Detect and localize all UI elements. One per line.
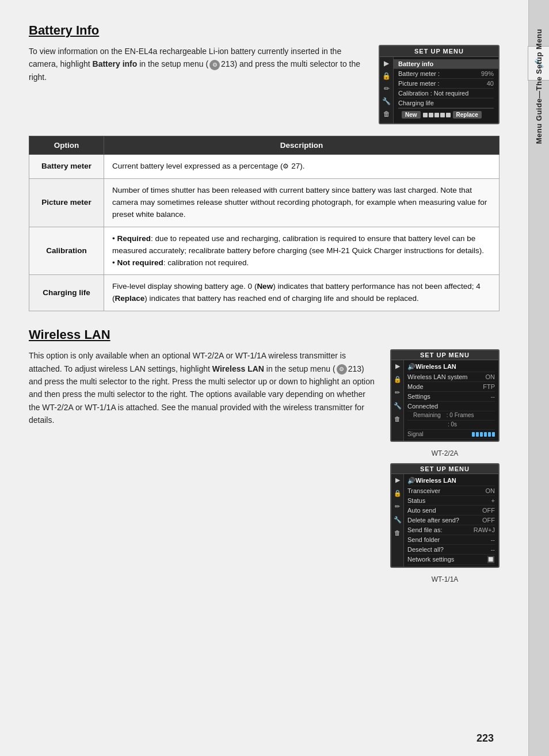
dot4 xyxy=(440,113,445,117)
menu-btn-new: New xyxy=(402,111,421,119)
desc-picture-meter: Number of times shutter has been release… xyxy=(104,178,500,227)
wt2-menu-title: SET UP MENU xyxy=(391,350,498,360)
wireless-lan-title: Wireless LAN xyxy=(29,327,500,342)
battery-info-title: Battery Info xyxy=(29,23,500,38)
wt2-item-settings: Settings-- xyxy=(407,392,495,402)
page-ref-wireless: 213 xyxy=(348,364,361,373)
option-charging-life: Charging life xyxy=(29,275,104,311)
dot1 xyxy=(423,113,428,117)
icon-lock: 🔒 xyxy=(394,376,402,383)
sig2 xyxy=(476,432,479,437)
menu-item-battery-meter: Battery meter : 99% xyxy=(398,69,494,79)
icon-wrench: 🔧 xyxy=(394,402,402,410)
wt1-item-network: Network settings🔲 xyxy=(407,555,495,565)
wt1-item-status: Status+ xyxy=(407,496,495,506)
wt2-item-system: Wireless LAN systemON xyxy=(407,372,495,382)
icon-wrench-2: 🔧 xyxy=(394,516,402,524)
menu-icon-lock: 🔒 xyxy=(382,72,391,80)
desc-charging-life: Five-level display showing battery age. … xyxy=(104,275,500,311)
table-row: Picture meter Number of times shutter ha… xyxy=(29,178,500,227)
wt1-item-sendfolder: Send folder-- xyxy=(407,535,495,545)
icon-play: ▶ xyxy=(395,362,400,370)
wt1-menu-mockup: SET UP MENU ▶ 🔒 ✏ 🔧 🗑 🔊Wireless LAN xyxy=(390,463,500,568)
desc-calibration: • Required: due to repeated use and rech… xyxy=(104,227,500,275)
intro-bold: Battery info xyxy=(93,59,138,68)
wireless-bold: Wireless LAN xyxy=(212,364,264,373)
dot2 xyxy=(429,113,433,117)
wireless-images: SET UP MENU ▶ 🔒 ✏ 🔧 🗑 🔊Wireless LAN xyxy=(390,349,500,583)
setup-icon-2: ⚙ xyxy=(337,364,347,375)
wt2-item-connected: Connected xyxy=(407,402,495,411)
wt2-label: WT-2/2A xyxy=(390,449,500,457)
sig6 xyxy=(492,432,495,437)
sig1 xyxy=(472,432,475,437)
wireless-lan-text: This option is only available when an op… xyxy=(29,349,379,426)
sig5 xyxy=(488,432,491,437)
wt1-item-delete: Delete after send?OFF xyxy=(407,516,495,525)
menu-item-battery-info: Battery info xyxy=(394,59,498,69)
wt2-icons: ▶ 🔒 ✏ 🔧 🗑 xyxy=(391,360,404,441)
sidebar-label: Menu Guide—The Setup Menu xyxy=(535,29,543,144)
wt1-item-transceiver: TransceiverON xyxy=(407,486,495,496)
wt2-remaining-time: : 0s xyxy=(407,421,495,430)
table-row: Calibration • Required: due to repeated … xyxy=(29,227,500,275)
intro-text-2: in the setup menu ( xyxy=(137,59,208,68)
wt2-signal: Signal xyxy=(407,430,495,439)
menu-btn-replace: Replace xyxy=(453,111,482,119)
icon-pencil-2: ✏ xyxy=(395,503,400,510)
menu-icon-trash: 🗑 xyxy=(383,110,390,118)
menu-item-picture-meter: Picture meter : 40 xyxy=(398,79,494,89)
page-number: 223 xyxy=(476,732,494,744)
wt1-label: WT-1/1A xyxy=(390,575,500,583)
wt2-item-mode: ModeFTP xyxy=(407,382,495,392)
menu-item-calibration: Calibration : Not required xyxy=(398,89,494,98)
wireless-intro-2: in the setup menu ( xyxy=(264,364,336,373)
dot3 xyxy=(434,113,439,117)
option-picture-meter: Picture meter xyxy=(29,178,104,227)
wt2-menu-mockup: SET UP MENU ▶ 🔒 ✏ 🔧 🗑 🔊Wireless LAN xyxy=(390,349,500,442)
icon-play-2: ▶ xyxy=(395,476,400,484)
dot5 xyxy=(446,113,451,117)
wt2-items: 🔊Wireless LAN Wireless LAN systemON Mode… xyxy=(404,360,498,441)
wt1-menu-title: SET UP MENU xyxy=(391,464,498,474)
option-calibration: Calibration xyxy=(29,227,104,275)
sig4 xyxy=(484,432,487,437)
table-row: Charging life Five-level display showing… xyxy=(29,275,500,311)
menu-icon-pencil: ✏ xyxy=(384,85,390,93)
wt2-item-header: 🔊Wireless LAN xyxy=(407,362,495,372)
sidebar: 🔧 Menu Guide—The Setup Menu xyxy=(528,0,549,756)
table-row: Battery meter Current battery level expr… xyxy=(29,155,500,179)
battery-info-intro-block: To view information on the EN-EL4a recha… xyxy=(29,45,500,124)
menu-title: SET UP MENU xyxy=(380,46,498,57)
wt1-items: 🔊Wireless LAN TransceiverON Status+ Auto… xyxy=(404,474,498,567)
charging-bar xyxy=(423,113,451,117)
menu-icons: ▶ 🔒 ✏ 🔧 🗑 xyxy=(380,57,394,123)
wt1-item-header: 🔊Wireless LAN xyxy=(407,476,495,486)
battery-info-intro-text: To view information on the EN-EL4a recha… xyxy=(29,45,367,83)
menu-icon-wrench: 🔧 xyxy=(382,97,391,105)
icon-trash-2: 🗑 xyxy=(394,529,401,536)
icon-trash: 🗑 xyxy=(394,415,401,422)
wt1-item-sendfile: Send file as:RAW+J xyxy=(407,525,495,535)
wireless-lan-block: This option is only available when an op… xyxy=(29,349,500,583)
page-ref-battery: 213 xyxy=(221,59,234,68)
menu-item-charging-life: Charging life xyxy=(398,98,494,108)
option-battery-meter: Battery meter xyxy=(29,155,104,179)
battery-info-table: Option Description Battery meter Current… xyxy=(29,136,500,311)
menu-buttons: New Replace xyxy=(398,108,494,121)
battery-menu-mockup: SET UP MENU ▶ 🔒 ✏ 🔧 🗑 Battery info Batte… xyxy=(379,45,500,124)
desc-battery-meter: Current battery level expressed as a per… xyxy=(104,155,500,179)
setup-icon: ⚙ xyxy=(209,60,220,70)
menu-icon-play: ▶ xyxy=(384,59,389,67)
wt1-item-deselect: Deselect all?-- xyxy=(407,545,495,555)
menu-items: Battery info Battery meter : 99% Picture… xyxy=(394,57,498,123)
icon-pencil: ✏ xyxy=(395,389,400,396)
wt2-remaining-frames: Remaining : 0 Frames xyxy=(407,411,495,421)
wt1-icons: ▶ 🔒 ✏ 🔧 🗑 xyxy=(391,474,404,567)
table-header-option: Option xyxy=(29,136,104,155)
sig3 xyxy=(480,432,483,437)
icon-lock-2: 🔒 xyxy=(394,490,402,497)
table-header-description: Description xyxy=(104,136,500,155)
wt1-item-autosend: Auto sendOFF xyxy=(407,506,495,516)
